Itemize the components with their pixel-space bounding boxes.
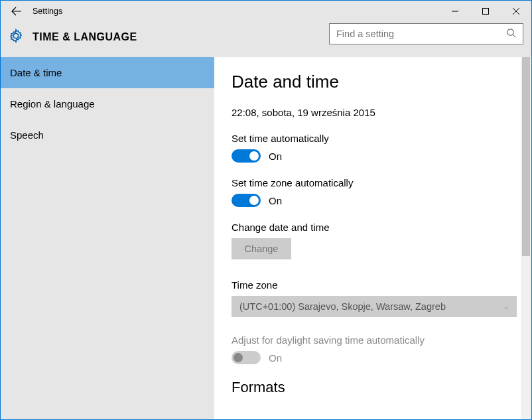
sidebar-item-region-language[interactable]: Region & language <box>1 88 214 119</box>
content-area: Date & time Region & language Speech Dat… <box>1 57 531 419</box>
close-button[interactable] <box>501 1 531 22</box>
search-box[interactable] <box>329 23 523 44</box>
svg-rect-0 <box>483 9 489 15</box>
set-time-auto-row: On <box>232 149 517 163</box>
settings-window: Settings TIME & LANGUAGE <box>0 0 532 420</box>
dst-label: Adjust for daylight saving time automati… <box>232 334 517 346</box>
change-button-label: Change <box>245 244 279 254</box>
arrow-left-icon <box>11 6 22 17</box>
sidebar-item-label: Speech <box>10 129 44 141</box>
svg-point-1 <box>507 29 513 35</box>
header: TIME & LANGUAGE <box>1 22 531 57</box>
dst-state: On <box>269 352 282 364</box>
window-controls <box>440 1 531 22</box>
section-title: TIME & LANGUAGE <box>33 31 137 43</box>
set-tz-auto-label: Set time zone automatically <box>232 177 517 188</box>
change-dt-label: Change date and time <box>232 222 517 233</box>
back-button[interactable] <box>1 1 33 22</box>
current-datetime: 22:08, sobota, 19 września 2015 <box>232 107 517 118</box>
chevron-down-icon: ⌵ <box>504 303 509 311</box>
dst-row: On <box>232 351 517 364</box>
set-tz-auto-row: On <box>232 194 517 207</box>
timezone-dropdown: (UTC+01:00) Sarajevo, Skopje, Warsaw, Za… <box>232 296 517 317</box>
dst-toggle <box>232 351 261 364</box>
main-content: Date and time 22:08, sobota, 19 września… <box>232 72 517 396</box>
timezone-value: (UTC+01:00) Sarajevo, Skopje, Warsaw, Za… <box>239 301 446 312</box>
page-heading: Date and time <box>232 72 517 92</box>
change-button: Change <box>232 238 291 259</box>
close-icon <box>513 8 519 15</box>
formats-heading: Formats <box>232 379 517 396</box>
timezone-label: Time zone <box>232 279 517 291</box>
toggle-knob <box>233 353 243 362</box>
sidebar-item-speech[interactable]: Speech <box>1 119 214 151</box>
sidebar-item-label: Region & language <box>10 98 95 109</box>
toggle-knob <box>249 151 259 161</box>
gear-icon <box>9 29 23 46</box>
minimize-button[interactable] <box>440 1 470 22</box>
scrollbar-thumb[interactable] <box>522 57 530 256</box>
sidebar-item-label: Date & time <box>10 67 62 78</box>
window-title: Settings <box>33 7 62 16</box>
toggle-knob <box>249 196 259 205</box>
search-icon <box>506 28 516 40</box>
main-panel: Date and time 22:08, sobota, 19 września… <box>214 57 531 419</box>
set-time-auto-label: Set time automatically <box>232 133 517 144</box>
maximize-icon <box>482 8 489 15</box>
sidebar: Date & time Region & language Speech <box>1 57 214 419</box>
minimize-icon <box>452 8 458 15</box>
set-tz-auto-toggle[interactable] <box>232 194 261 207</box>
maximize-button[interactable] <box>470 1 501 22</box>
set-time-auto-state: On <box>269 151 282 162</box>
scrollbar[interactable] <box>521 57 531 419</box>
sidebar-item-date-time[interactable]: Date & time <box>1 57 214 88</box>
set-tz-auto-state: On <box>269 195 282 206</box>
titlebar: Settings <box>1 1 531 22</box>
search-input[interactable] <box>336 29 506 39</box>
set-time-auto-toggle[interactable] <box>232 149 261 163</box>
